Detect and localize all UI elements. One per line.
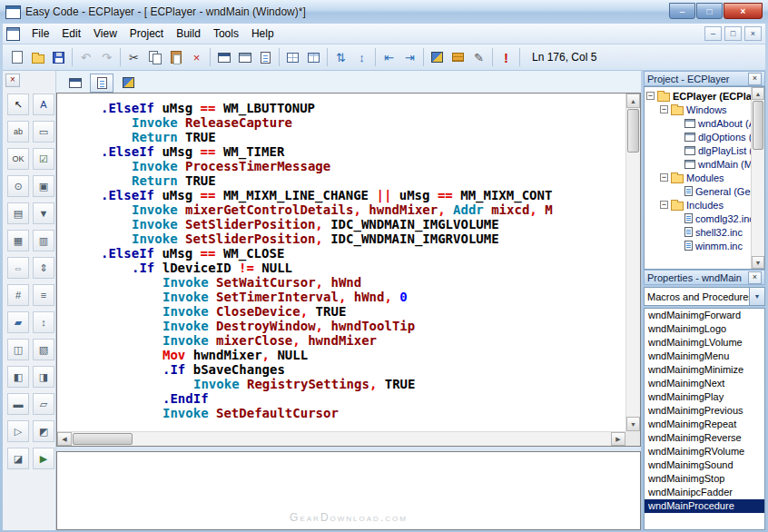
tree-item[interactable]: wndMain (Main.ecw) bbox=[645, 157, 751, 171]
project-panel-close-button[interactable]: × bbox=[748, 73, 762, 85]
redo-button[interactable]: ↷ bbox=[96, 47, 117, 67]
toolbox-close-button[interactable]: × bbox=[5, 74, 20, 87]
toolbox-textbox-button[interactable]: ab bbox=[7, 121, 29, 143]
tree-item[interactable]: −Includes bbox=[645, 198, 751, 212]
resource-editor-button[interactable] bbox=[282, 47, 303, 67]
toolbox-vsplitter-button[interactable]: ◨ bbox=[33, 366, 54, 388]
go-button[interactable]: ! bbox=[496, 47, 517, 67]
toolbox-hsplitter-button[interactable]: ◧ bbox=[7, 366, 29, 388]
properties-list-item[interactable]: wndMainimgSound bbox=[645, 458, 764, 472]
toolbox-progressbar-button[interactable]: ▰ bbox=[7, 311, 29, 333]
toolbox-animation-button[interactable]: ▷ bbox=[7, 420, 29, 442]
toolbox-combobox-button[interactable]: ▼ bbox=[33, 202, 54, 224]
code-view-button[interactable] bbox=[90, 74, 113, 93]
properties-panel-close-button[interactable]: × bbox=[748, 271, 762, 284]
tree-scroll-thumb[interactable] bbox=[753, 101, 763, 150]
scroll-right-arrow[interactable]: ▶ bbox=[611, 432, 625, 446]
properties-list-item[interactable]: wndMainimgPlay bbox=[645, 390, 764, 404]
maximize-button[interactable]: □ bbox=[696, 3, 723, 19]
menu-file[interactable]: File bbox=[25, 25, 55, 42]
toolbox-menu-button[interactable]: ≡ bbox=[33, 284, 54, 306]
properties-category-combo[interactable]: Macros and Procedures ▼ bbox=[644, 287, 765, 306]
properties-list-item[interactable]: wndMainProcedure bbox=[645, 499, 764, 513]
copy-button[interactable] bbox=[144, 47, 165, 67]
string-table-button[interactable] bbox=[303, 47, 324, 67]
tree-item[interactable]: winmm.inc bbox=[645, 239, 751, 252]
toolbox-pointer-button[interactable]: ↖ bbox=[7, 94, 29, 115]
delete-button[interactable]: × bbox=[186, 47, 207, 67]
undo-button[interactable]: ↶ bbox=[75, 47, 96, 67]
tree-expander[interactable]: − bbox=[660, 173, 668, 182]
toolbox-hotkey-button[interactable]: ▬ bbox=[7, 393, 29, 415]
build-button[interactable] bbox=[448, 47, 468, 67]
tree-item[interactable]: shell32.inc bbox=[645, 225, 751, 239]
new-window-button[interactable] bbox=[213, 47, 234, 67]
mdi-document-icon[interactable] bbox=[6, 27, 20, 41]
tree-expander[interactable]: − bbox=[660, 105, 668, 113]
new-dialog-button[interactable] bbox=[234, 47, 255, 67]
sort-lines-button[interactable]: ⇅ bbox=[330, 47, 351, 67]
tree-vertical-scrollbar[interactable]: ▲ ▼ bbox=[751, 87, 764, 269]
mdi-close-button[interactable]: × bbox=[744, 26, 762, 41]
scroll-up-arrow[interactable]: ▲ bbox=[626, 94, 640, 108]
code-area[interactable]: .ElseIf uMsg == WM_LBUTTONUPInvoke Relea… bbox=[57, 94, 625, 431]
tree-item[interactable]: −Windows bbox=[645, 103, 751, 116]
tree-expander[interactable]: − bbox=[646, 92, 655, 100]
toolbox-label-button[interactable]: A bbox=[33, 94, 54, 115]
toolbox-treeview-button[interactable]: ▥ bbox=[33, 230, 54, 251]
editor-vertical-scrollbar[interactable]: ▲ ▼ bbox=[625, 94, 640, 431]
menu-project[interactable]: Project bbox=[123, 25, 170, 42]
line-numbers-button[interactable]: ↕ bbox=[351, 47, 372, 67]
save-button[interactable] bbox=[48, 47, 69, 67]
toolbox-frame-button[interactable]: ▭ bbox=[33, 121, 54, 143]
outdent-button[interactable]: ⇤ bbox=[379, 47, 399, 67]
code-editor[interactable]: .ElseIf uMsg == WM_LBUTTONUPInvoke Relea… bbox=[56, 93, 641, 447]
toolbox-button-button[interactable]: OK bbox=[7, 148, 29, 170]
tree-scroll-up-arrow[interactable]: ▲ bbox=[752, 87, 764, 100]
properties-list-item[interactable]: wndMainimgStop bbox=[645, 472, 764, 486]
new-file-button[interactable] bbox=[6, 47, 27, 67]
toolbox-image-button[interactable]: ▧ bbox=[33, 339, 54, 360]
paste-button[interactable] bbox=[165, 47, 186, 67]
mdi-minimize-button[interactable]: – bbox=[704, 26, 722, 41]
tree-item[interactable]: dlgOptions (Options.ecw) bbox=[645, 130, 751, 143]
toolbox-updown-button[interactable]: ↕ bbox=[33, 311, 54, 333]
scroll-down-arrow[interactable]: ▼ bbox=[626, 417, 640, 431]
toolbox-radiobutton-button[interactable]: ⊙ bbox=[7, 175, 29, 197]
tree-item[interactable]: wndAbout (About.ecw) bbox=[645, 116, 751, 130]
toolbox-ocx-button[interactable]: ▶ bbox=[33, 448, 54, 469]
vertical-scroll-thumb[interactable] bbox=[627, 109, 639, 153]
indent-button[interactable]: ⇥ bbox=[399, 47, 420, 67]
tree-item[interactable]: −Modules bbox=[645, 171, 751, 184]
properties-list-item[interactable]: wndMainimgLogo bbox=[645, 322, 764, 336]
menu-view[interactable]: View bbox=[87, 25, 123, 42]
menu-tools[interactable]: Tools bbox=[207, 25, 245, 42]
designer-view-button[interactable] bbox=[64, 74, 87, 93]
tree-scroll-down-arrow[interactable]: ▼ bbox=[752, 256, 764, 269]
toolbox-richedit-button[interactable]: ◪ bbox=[7, 448, 29, 469]
horizontal-scroll-thumb[interactable] bbox=[73, 433, 133, 445]
open-file-button[interactable] bbox=[27, 47, 48, 67]
resource-view-button[interactable] bbox=[116, 74, 140, 93]
menu-build[interactable]: Build bbox=[170, 25, 207, 42]
scroll-left-arrow[interactable]: ◀ bbox=[57, 432, 72, 446]
toolbox-listview-button[interactable]: ▦ bbox=[7, 230, 29, 251]
tree-item[interactable]: General (General.asm) bbox=[645, 184, 751, 198]
properties-list-item[interactable]: wndMainimgPrevious bbox=[645, 404, 764, 418]
tree-item[interactable]: dlgPlayList (PlayList.ecw) bbox=[645, 143, 751, 157]
minimize-button[interactable]: – bbox=[669, 3, 695, 19]
properties-list-item[interactable]: wndMainipcFadder bbox=[645, 486, 764, 499]
close-button[interactable]: × bbox=[724, 3, 763, 19]
properties-list-item[interactable]: wndMainimgLVolume bbox=[645, 336, 764, 350]
properties-list-item[interactable]: wndMainimgForward bbox=[645, 309, 764, 322]
toolbox-shape-button[interactable]: ▱ bbox=[33, 393, 54, 415]
debug-button[interactable]: ✎ bbox=[468, 47, 489, 67]
mdi-restore-button[interactable]: □ bbox=[724, 26, 742, 41]
properties-list-item[interactable]: wndMainimgRVolume bbox=[645, 445, 764, 458]
properties-list-item[interactable]: wndMainimgRepeat bbox=[645, 418, 764, 431]
toolbox-header-button[interactable]: ◩ bbox=[33, 420, 54, 442]
menu-edit[interactable]: Edit bbox=[55, 25, 87, 42]
toolbox-listbox-button[interactable]: ▤ bbox=[7, 202, 29, 224]
properties-list-item[interactable]: wndMainimgMenu bbox=[645, 350, 764, 363]
cut-button[interactable]: ✂ bbox=[123, 47, 144, 67]
